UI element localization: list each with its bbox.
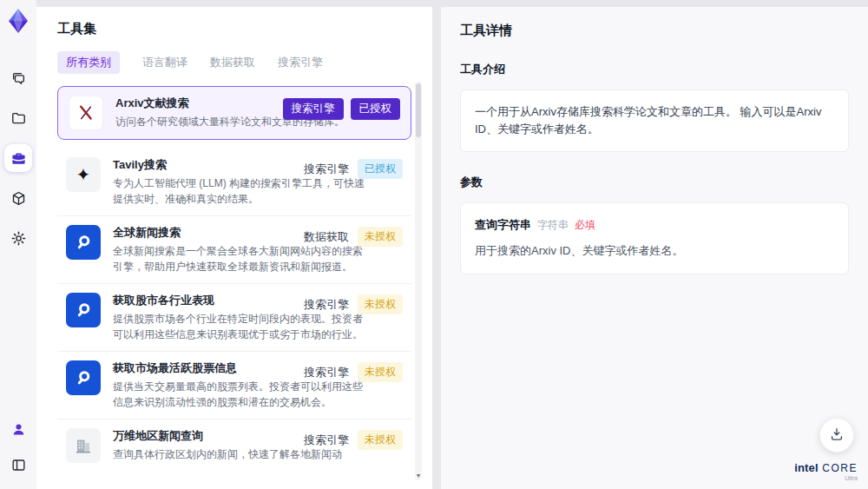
app-logo-icon[interactable] [4, 7, 32, 35]
category-tag: 搜索引擎 [304, 365, 349, 380]
tool-card[interactable]: ✦ Tavily搜索 专为人工智能代理 (LLM) 构建的搜索引擎工具，可快速提… [57, 149, 411, 215]
briefcase-icon [10, 150, 27, 167]
list-scrollbar[interactable]: ▾ [415, 82, 422, 480]
tab-1[interactable]: 语言翻译 [142, 51, 187, 74]
param-required-badge: 必填 [575, 217, 595, 234]
param-name: 查询字符串 [475, 216, 531, 234]
intel-wordmark: intel [794, 461, 819, 474]
arxiv-icon [69, 96, 103, 130]
sidebar-item-panel-toggle[interactable] [4, 451, 32, 479]
building-icon [66, 428, 101, 463]
sidebar-item-cube[interactable] [4, 184, 32, 212]
intel-core-logo: intel core Ultra [794, 459, 858, 482]
tool-card[interactable]: 获取股市各行业表现 提供股票市场各个行业在特定时间段内的表现。投资者可以利用这些… [57, 283, 411, 351]
tab-3[interactable]: 搜索引擎 [278, 51, 323, 74]
category-tag: 搜索引擎 [304, 433, 349, 448]
sidebar-item-settings[interactable] [4, 224, 32, 252]
scrollbar-thumb[interactable] [416, 83, 421, 137]
scrollbar-down-arrow[interactable]: ▾ [415, 472, 422, 480]
sidebar-item-tools[interactable] [4, 144, 32, 172]
app-root: 工具集 所有类别语言翻译数据获取搜索引擎 Arxiv文献搜索 访问各个研究领域大… [0, 0, 868, 489]
category-tag: 数据获取 [304, 229, 349, 245]
tools-panel: 工具集 所有类别语言翻译数据获取搜索引擎 Arxiv文献搜索 访问各个研究领域大… [36, 7, 432, 489]
gear-icon [10, 230, 27, 247]
sparkle-icon: ✦ [66, 157, 101, 192]
cube-icon [10, 190, 27, 207]
category-tabs: 所有类别语言翻译数据获取搜索引擎 [57, 51, 411, 74]
tool-card[interactable]: 获取市场最活跃股票信息 提供当天交易量最高的股票列表。投资者可以利用这些信息来识… [57, 351, 411, 419]
param-description: 用于搜索的Arxiv ID、关键字或作者姓名。 [475, 242, 834, 260]
auth-badge: 未授权 [358, 362, 403, 382]
tool-description: 提供股票市场各个行业在特定时间段内的表现。投资者可以利用这些信息来识别表现优于或… [113, 312, 366, 342]
tool-card[interactable]: 万维地区新闻查询 查询具体行政区划内的新闻，快速了解各地新闻动 搜索引擎 未授权 [57, 419, 411, 472]
folder-icon [10, 110, 27, 127]
tab-2[interactable]: 数据获取 [210, 51, 255, 74]
param-header: 查询字符串 字符串 必填 [475, 216, 834, 234]
intro-text: 一个用于从Arxiv存储库搜索科学论文和文章的工具。 输入可以是Arxiv ID… [475, 103, 834, 138]
auth-badge: 未授权 [358, 430, 403, 450]
chat-icon [10, 70, 27, 87]
params-heading: 参数 [460, 175, 849, 190]
ultra-wordmark: Ultra [794, 475, 858, 482]
sidebar-item-folder[interactable] [4, 104, 32, 132]
pin-icon [66, 225, 101, 260]
category-tag: 搜索引擎 [304, 162, 349, 177]
tab-0[interactable]: 所有类别 [57, 51, 120, 74]
sidebar [0, 0, 36, 489]
auth-badge: 未授权 [358, 294, 403, 314]
pin-icon [66, 360, 101, 395]
auth-badge: 已授权 [351, 98, 401, 120]
tool-card[interactable]: 全球新闻搜索 全球新闻搜索是一个聚合全球各大新闻网站内容的搜索引擎，帮助用户快速… [57, 215, 411, 283]
auth-badge: 未授权 [358, 227, 403, 247]
pin-icon [66, 293, 101, 327]
sidebar-nav [4, 64, 32, 264]
download-icon [828, 426, 845, 446]
auth-badge: 已授权 [358, 159, 403, 179]
download-button[interactable] [819, 418, 854, 453]
details-panel: 工具详情 工具介绍 一个用于从Arxiv存储库搜索科学论文和文章的工具。 输入可… [441, 7, 868, 489]
page-title: 工具集 [57, 21, 411, 37]
tool-description: 提供当天交易量最高的股票列表。投资者可以利用这些信息来识别流动性强的股票和潜在的… [113, 380, 366, 410]
panel-toggle-icon [10, 457, 27, 473]
intro-heading: 工具介绍 [460, 62, 849, 77]
param-type: 字符串 [537, 217, 569, 234]
user-icon [10, 421, 27, 438]
param-box: 查询字符串 字符串 必填 用于搜索的Arxiv ID、关键字或作者姓名。 [460, 202, 849, 274]
tool-description: 专为人工智能代理 (LLM) 构建的搜索引擎工具，可快速提供实时、准确和真实的结… [113, 176, 366, 207]
intro-box: 一个用于从Arxiv存储库搜索科学论文和文章的工具。 输入可以是Arxiv ID… [460, 89, 849, 152]
sidebar-bottom [4, 415, 32, 479]
tool-card[interactable]: Arxiv文献搜索 访问各个研究领域大量科学论文和文章的存储库。 搜索引擎 已授… [57, 86, 411, 140]
details-title: 工具详情 [460, 23, 849, 39]
sidebar-item-user[interactable] [4, 415, 32, 443]
core-wordmark: core [822, 462, 858, 474]
sidebar-item-chat[interactable] [4, 64, 32, 92]
category-tag: 搜索引擎 [283, 98, 344, 120]
tool-description: 全球新闻搜索是一个聚合全球各大新闻网站内容的搜索引擎，帮助用户快速获取全球最新资… [113, 244, 366, 274]
category-tag: 搜索引擎 [304, 297, 349, 313]
tool-list: Arxiv文献搜索 访问各个研究领域大量科学论文和文章的存储库。 搜索引擎 已授… [57, 86, 411, 472]
